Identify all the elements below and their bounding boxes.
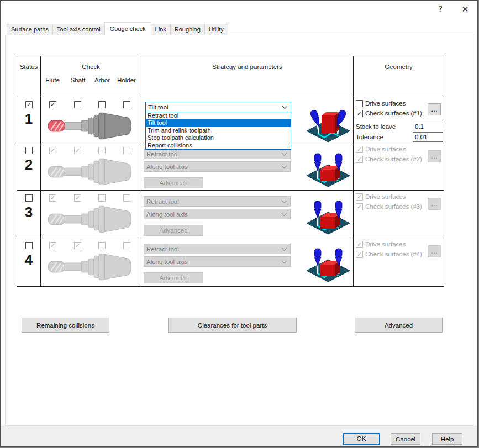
- gouge-check-table: Status Check Flute Shaft Arbor Holder St…: [17, 56, 444, 287]
- row3-flute-checkbox: ✓: [49, 194, 56, 202]
- row1-check-surfaces-label: Check surfaces (#1): [365, 110, 422, 117]
- row2-collision-action-combobox: Retract tool: [144, 149, 291, 159]
- row3-check-surfaces-label: Check surfaces (#3): [365, 203, 422, 210]
- close-icon[interactable]: ✕: [458, 3, 472, 16]
- row1-geometry-cell: Drive surfaces ✓ Check surfaces (#1) … S…: [354, 97, 444, 143]
- gouge-check-dialog: ? ✕ Surface paths Tool axis control Goug…: [0, 0, 478, 447]
- stock-to-leave-label: Stock to leave: [356, 123, 396, 130]
- header-check: Check Flute Shaft Arbor Holder: [41, 56, 141, 97]
- row3-drive-surfaces-label: Drive surfaces: [365, 193, 406, 200]
- row3-arbor-checkbox: [98, 194, 106, 202]
- row3-status-checkbox[interactable]: [25, 194, 33, 202]
- dropdown-option-tilt-tool[interactable]: Tilt tool: [146, 119, 291, 127]
- row2-shaft-checkbox: ✓: [74, 147, 81, 154]
- chevron-down-icon: [281, 213, 287, 217]
- clearances-for-tool-parts-button[interactable]: Clearances for tool parts: [168, 318, 297, 333]
- remaining-collisions-button[interactable]: Remaining collisions: [22, 318, 109, 333]
- row2-flute-checkbox: ✓: [49, 147, 56, 154]
- chevron-down-icon: [281, 247, 287, 251]
- row1-strategy-dropdown-list: Retract tool Tilt tool Trim and relink t…: [145, 112, 291, 150]
- row1-strategy-preview-icon: [303, 107, 353, 143]
- row3-geometry-cell: ✓ Drive surfaces ✓ Check surfaces (#3) …: [354, 191, 444, 238]
- header-flute: Flute: [45, 77, 60, 83]
- row1-flute-checkbox[interactable]: ✓: [49, 101, 56, 108]
- dialog-help-icon[interactable]: ?: [433, 3, 448, 16]
- row3-status-cell: 3: [17, 191, 41, 238]
- row1-check-cell: ✓: [41, 97, 141, 143]
- advanced-button[interactable]: Advanced: [355, 318, 443, 333]
- row2-strategy-cell: Retract tool Along tool axis Advanced: [141, 143, 354, 191]
- row1-drive-surfaces-label: Drive surfaces: [365, 100, 406, 107]
- header-status: Status: [17, 56, 41, 97]
- dropdown-option-report-collisions[interactable]: Report collisions: [146, 142, 291, 149]
- row3-drive-surfaces-checkbox: ✓: [356, 193, 363, 201]
- row2-arbor-checkbox: [98, 147, 106, 154]
- row2-retract-method-combobox: Along tool axis: [144, 161, 291, 172]
- row4-shaft-checkbox: ✓: [74, 242, 81, 249]
- chevron-down-icon: [282, 106, 288, 109]
- row1-select-surfaces-button[interactable]: …: [428, 103, 441, 115]
- tolerance-input[interactable]: [413, 132, 443, 142]
- dropdown-option-stop-calculation[interactable]: Stop toolpath calculation: [146, 134, 291, 141]
- row4-holder-checkbox: [123, 242, 130, 249]
- row2-check-cell: ✓ ✓: [41, 143, 141, 191]
- row1-arbor-checkbox[interactable]: [98, 101, 106, 108]
- chevron-down-icon: [281, 152, 287, 156]
- dropdown-option-retract-tool[interactable]: Retract tool: [146, 112, 291, 119]
- header-arbor: Arbor: [94, 77, 110, 83]
- stock-to-leave-input[interactable]: [413, 122, 443, 131]
- row4-status-cell: 4: [17, 238, 41, 286]
- row2-status-checkbox[interactable]: [25, 147, 33, 154]
- row4-flute-checkbox: ✓: [49, 242, 56, 249]
- row4-drive-surfaces-checkbox: ✓: [356, 241, 363, 248]
- row4-check-surfaces-label: Check surfaces (#4): [365, 251, 422, 257]
- row4-geometry-cell: ✓ Drive surfaces ✓ Check surfaces (#4) …: [354, 238, 444, 286]
- row2-select-surfaces-button: …: [428, 150, 441, 162]
- row1-holder-checkbox[interactable]: [123, 101, 130, 108]
- row4-advanced-button: Advanced: [144, 272, 203, 283]
- row1-status-checkbox[interactable]: ✓: [25, 101, 33, 108]
- tab-roughing[interactable]: Roughing: [170, 24, 205, 35]
- chevron-down-icon: [281, 260, 287, 264]
- row4-check-surfaces-checkbox: ✓: [356, 251, 363, 258]
- row4-select-surfaces-button: …: [428, 245, 441, 257]
- tab-utility[interactable]: Utility: [204, 24, 228, 35]
- row3-collision-action-combobox: Retract tool: [144, 196, 291, 207]
- row1-shaft-checkbox[interactable]: [74, 101, 81, 108]
- ok-button[interactable]: OK: [343, 433, 380, 445]
- tab-surface-paths[interactable]: Surface paths: [7, 24, 53, 35]
- row1-drive-surfaces-checkbox[interactable]: [356, 100, 363, 107]
- row1-number: 1: [17, 110, 40, 128]
- row3-strategy-preview-icon: [303, 199, 353, 235]
- cancel-button[interactable]: Cancel: [391, 433, 420, 445]
- row4-status-checkbox[interactable]: [25, 242, 33, 249]
- help-button[interactable]: Help: [432, 433, 462, 445]
- tab-gouge-check[interactable]: Gouge check: [104, 22, 151, 35]
- tab-tool-axis-control[interactable]: Tool axis control: [52, 24, 105, 35]
- header-holder: Holder: [117, 77, 136, 83]
- tab-link[interactable]: Link: [151, 24, 171, 35]
- tolerance-label: Tolerance: [356, 134, 383, 140]
- row2-geometry-cell: ✓ Drive surfaces ✓ Check surfaces (#2) …: [354, 143, 444, 191]
- chevron-down-icon: [281, 165, 287, 169]
- row2-check-surfaces-checkbox: ✓: [356, 156, 363, 163]
- row2-status-cell: 2: [17, 143, 41, 191]
- row2-advanced-button: Advanced: [144, 177, 203, 188]
- row3-strategy-cell: Retract tool Along tool axis Advanced: [141, 191, 354, 238]
- row4-tool-assembly-icon: [48, 252, 136, 282]
- row1-tool-assembly-icon: [48, 111, 136, 141]
- dialog-footer: OK Cancel Help: [1, 426, 477, 447]
- row1-check-surfaces-checkbox[interactable]: ✓: [356, 110, 363, 117]
- row4-arbor-checkbox: [98, 242, 106, 249]
- row4-drive-surfaces-label: Drive surfaces: [365, 241, 406, 247]
- row2-drive-surfaces-checkbox: ✓: [356, 146, 363, 153]
- row3-tool-assembly-icon: [48, 204, 136, 234]
- row2-holder-checkbox: [123, 147, 130, 154]
- row1-strategy-combobox[interactable]: Tilt tool: [145, 102, 291, 112]
- chevron-down-icon: [281, 200, 287, 204]
- row3-advanced-button: Advanced: [144, 225, 203, 236]
- row3-number: 3: [17, 204, 40, 221]
- row1-strategy-cell: Tilt tool Retract tool Tilt tool Trim an…: [141, 97, 354, 143]
- header-shaft: Shaft: [71, 77, 86, 83]
- dropdown-option-trim-relink[interactable]: Trim and relink toolpath: [146, 127, 291, 134]
